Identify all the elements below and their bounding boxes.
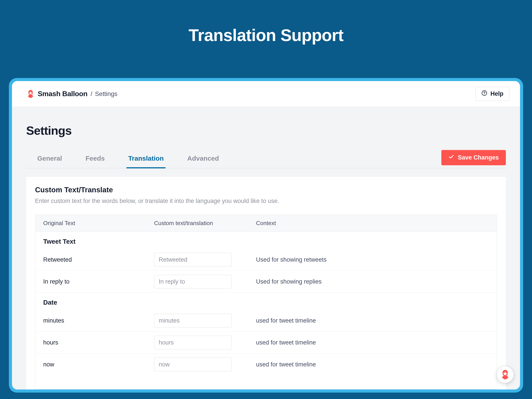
panel-description: Enter custom text for the words below, o… — [35, 198, 497, 205]
original-text: now — [43, 361, 154, 368]
tabs-row: General Feeds Translation Advanced Save … — [26, 151, 506, 168]
table-row: In reply to Used for showing replies — [35, 271, 497, 293]
tab-translation[interactable]: Translation — [126, 151, 165, 168]
check-icon — [449, 154, 454, 161]
context-text: Used for showing replies — [256, 278, 489, 285]
brand-logo-icon — [26, 89, 35, 98]
section-tweet-text: Tweet Text — [35, 232, 497, 249]
original-text: Retweeted — [43, 256, 154, 263]
tabs: General Feeds Translation Advanced — [26, 151, 221, 168]
svg-point-2 — [484, 94, 485, 95]
save-changes-button[interactable]: Save Changes — [441, 150, 506, 165]
original-text: hours — [43, 339, 154, 346]
translate-input-inreplyto[interactable] — [154, 275, 232, 288]
brand-block: Smash Balloon / Settings — [26, 89, 117, 98]
translate-input-hours[interactable] — [154, 336, 232, 349]
app-window: Smash Balloon / Settings Help — [12, 81, 520, 389]
table-row: now used for tweet timeline — [35, 354, 497, 375]
col-custom: Custom text/translation — [154, 220, 256, 227]
tab-general[interactable]: General — [35, 151, 64, 168]
support-fab[interactable] — [497, 367, 513, 383]
panel-title: Custom Text/Translate — [35, 186, 497, 194]
save-label: Save Changes — [458, 154, 499, 161]
help-icon — [481, 90, 487, 98]
col-original: Original Text — [43, 220, 154, 227]
help-button[interactable]: Help — [475, 87, 509, 101]
table-row: minutes used for tweet timeline — [35, 310, 497, 332]
translate-input-now[interactable] — [154, 358, 232, 371]
col-context: Context — [256, 220, 489, 227]
table-header: Original Text Custom text/translation Co… — [35, 215, 497, 232]
tab-advanced[interactable]: Advanced — [185, 151, 221, 168]
balloon-icon — [500, 369, 511, 380]
content-area: Settings General Feeds Translation Advan… — [12, 107, 520, 389]
table-row: Retweeted Used for showing retweets — [35, 249, 497, 271]
section-date: Date — [35, 293, 497, 310]
translate-input-retweeted[interactable] — [154, 253, 232, 267]
brand-name: Smash Balloon — [38, 90, 88, 98]
hero-title: Translation Support — [189, 25, 344, 45]
table-row: hours used for tweet timeline — [35, 332, 497, 354]
context-text: used for tweet timeline — [256, 339, 489, 346]
breadcrumb-separator: / — [91, 90, 92, 98]
context-text: Used for showing retweets — [256, 256, 489, 263]
breadcrumb-current: Settings — [95, 90, 117, 98]
translate-panel: Custom Text/Translate Enter custom text … — [26, 177, 506, 389]
original-text: In reply to — [43, 278, 154, 285]
tab-feeds[interactable]: Feeds — [84, 151, 107, 168]
original-text: minutes — [43, 317, 154, 324]
context-text: used for tweet timeline — [256, 317, 489, 324]
app-frame: Smash Balloon / Settings Help — [9, 78, 523, 393]
translate-input-minutes[interactable] — [154, 314, 232, 327]
app-header: Smash Balloon / Settings Help — [12, 81, 520, 107]
page-title: Settings — [26, 124, 506, 137]
svg-point-1 — [482, 91, 487, 95]
context-text: used for tweet timeline — [256, 361, 489, 368]
translate-table: Original Text Custom text/translation Co… — [35, 215, 497, 389]
help-label: Help — [490, 90, 503, 97]
